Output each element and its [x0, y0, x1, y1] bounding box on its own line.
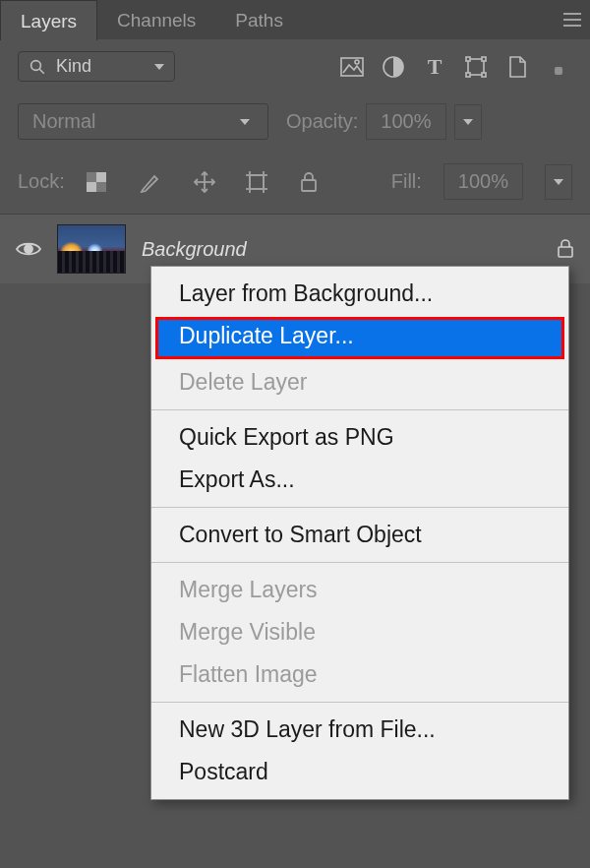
fill-value: 100% [458, 170, 508, 193]
opacity-label: Opacity: [286, 110, 358, 133]
layer-thumbnail[interactable] [57, 224, 126, 274]
menu-item-flatten-image: Flatten Image [151, 653, 568, 696]
menu-item-export-as[interactable]: Export As... [151, 459, 568, 501]
svg-rect-13 [96, 182, 106, 192]
layer-filter-row: Kind T [0, 39, 590, 93]
tab-layers[interactable]: Layers [0, 0, 97, 40]
blend-row: Normal Opacity: 100% [0, 93, 590, 150]
filter-adjustment-icon[interactable] [380, 53, 407, 81]
menu-item-convert-to-smart-object[interactable]: Convert to Smart Object [151, 514, 568, 556]
chevron-down-icon [463, 119, 473, 125]
menu-separator [151, 409, 568, 410]
lock-position-icon[interactable] [193, 170, 216, 194]
menu-separator [151, 702, 568, 703]
menu-item-layer-from-background[interactable]: Layer from Background... [151, 273, 568, 315]
lock-all-icon[interactable] [299, 171, 323, 193]
layer-lock-icon [557, 239, 574, 259]
filter-kind-label: Kind [56, 56, 145, 77]
panel-tabs: Layers Channels Paths [0, 0, 590, 39]
fill-label: Fill: [391, 170, 422, 193]
svg-rect-6 [466, 57, 470, 61]
tab-paths[interactable]: Paths [215, 0, 303, 39]
lock-label: Lock: [18, 170, 65, 193]
menu-separator [151, 507, 568, 508]
tab-channels[interactable]: Channels [97, 0, 215, 39]
filter-kind-dropdown[interactable]: Kind [18, 51, 175, 82]
filter-pixel-icon[interactable] [338, 53, 366, 81]
menu-item-merge-layers: Merge Layers [151, 569, 568, 611]
fill-dropdown-button[interactable] [545, 164, 572, 200]
hamburger-icon [563, 19, 581, 21]
svg-rect-12 [87, 172, 96, 182]
chevron-down-icon [240, 119, 250, 125]
search-icon [29, 58, 46, 76]
svg-line-1 [39, 69, 44, 74]
menu-item-delete-layer: Delete Layer [151, 361, 568, 403]
layer-context-menu: Layer from Background...Duplicate Layer.… [150, 266, 569, 800]
visibility-toggle-icon[interactable] [16, 240, 41, 258]
menu-item-duplicate-layer[interactable]: Duplicate Layer... [155, 317, 564, 359]
lock-pixels-icon[interactable] [140, 171, 163, 193]
svg-rect-8 [466, 73, 470, 77]
svg-rect-9 [482, 73, 486, 77]
filter-shape-icon[interactable] [462, 53, 490, 81]
menu-item-postcard[interactable]: Postcard [151, 751, 568, 793]
svg-rect-21 [302, 180, 316, 191]
menu-separator [151, 562, 568, 563]
menu-item-new-3d-layer-from-file[interactable]: New 3D Layer from File... [151, 709, 568, 751]
svg-rect-16 [250, 175, 264, 189]
svg-point-22 [25, 245, 32, 253]
lock-artboard-icon[interactable] [246, 171, 269, 193]
filter-toggle-icon[interactable] [545, 53, 572, 81]
lock-transparency-icon[interactable] [87, 172, 110, 192]
svg-rect-7 [482, 57, 486, 61]
layers-panel: Layers Channels Paths Kind T [0, 0, 590, 868]
menu-item-quick-export-as-png[interactable]: Quick Export as PNG [151, 416, 568, 459]
svg-point-0 [31, 60, 41, 70]
svg-rect-10 [555, 67, 562, 75]
filter-text-icon[interactable]: T [421, 53, 448, 81]
chevron-down-icon [154, 64, 164, 70]
fill-value-input[interactable]: 100% [443, 163, 523, 200]
layer-name-label: Background [142, 238, 541, 261]
filter-smartobject-icon[interactable] [503, 53, 531, 81]
panel-menu-button[interactable] [555, 0, 590, 39]
opacity-dropdown-button[interactable] [454, 104, 482, 140]
svg-point-3 [355, 60, 359, 64]
opacity-value: 100% [381, 110, 431, 133]
opacity-value-input[interactable]: 100% [366, 103, 445, 140]
chevron-down-icon [554, 179, 563, 185]
menu-item-merge-visible: Merge Visible [151, 611, 568, 653]
blend-mode-dropdown[interactable]: Normal [18, 103, 268, 140]
blend-mode-label: Normal [32, 110, 240, 133]
svg-rect-23 [559, 247, 572, 257]
lock-fill-row: Lock: [0, 150, 590, 214]
